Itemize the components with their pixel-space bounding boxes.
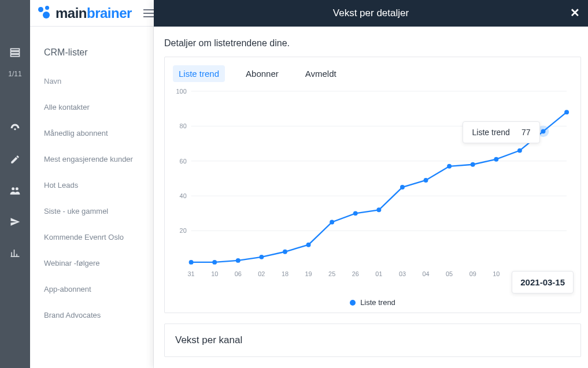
svg-text:03: 03 bbox=[399, 270, 406, 277]
svg-point-3 bbox=[14, 128, 16, 130]
svg-point-41 bbox=[376, 207, 381, 212]
svg-rect-2 bbox=[11, 54, 20, 56]
growth-per-channel-card: Vekst per kanal bbox=[164, 324, 581, 357]
svg-point-37 bbox=[283, 250, 287, 254]
chart-tabs: Liste trend Abonner Avmeldt bbox=[173, 65, 572, 82]
details-modal: Vekst per detaljer ✕ Detaljer om listetr… bbox=[154, 0, 588, 368]
modal-subtitle: Detaljer om listetrendene dine. bbox=[164, 38, 581, 49]
svg-text:06: 06 bbox=[235, 270, 242, 277]
card-title: Vekst per kanal bbox=[175, 334, 242, 345]
left-rail: 1/11 bbox=[0, 0, 30, 368]
svg-text:19: 19 bbox=[305, 270, 312, 277]
chart-icon[interactable] bbox=[0, 237, 30, 269]
close-icon[interactable]: ✕ bbox=[570, 6, 580, 20]
step-indicator: 1/11 bbox=[8, 70, 21, 78]
svg-text:05: 05 bbox=[446, 270, 453, 277]
svg-point-39 bbox=[330, 220, 334, 224]
svg-point-4 bbox=[12, 187, 14, 190]
svg-point-49 bbox=[564, 110, 569, 114]
trend-chart-card: Liste trend Abonner Avmeldt 204060801003… bbox=[164, 57, 581, 313]
list-item[interactable]: Siste - uke gammel bbox=[44, 198, 153, 224]
svg-point-48 bbox=[541, 129, 546, 133]
svg-text:80: 80 bbox=[180, 122, 187, 129]
modal-title: Vekst per detaljer bbox=[333, 8, 409, 19]
list-item[interactable]: Mest engasjerende kunder bbox=[44, 146, 153, 172]
svg-rect-1 bbox=[11, 51, 20, 53]
svg-point-45 bbox=[471, 162, 475, 167]
svg-text:10: 10 bbox=[493, 270, 500, 277]
list-item[interactable]: Månedlig abonnent bbox=[44, 120, 153, 146]
svg-point-46 bbox=[494, 157, 498, 162]
modal-header: Vekst per detaljer ✕ bbox=[154, 0, 588, 27]
svg-point-43 bbox=[424, 178, 428, 183]
svg-text:09: 09 bbox=[469, 270, 476, 277]
brand-name: mainbrainer bbox=[56, 5, 132, 21]
chart-legend: Liste trend bbox=[173, 295, 572, 307]
trend-chart[interactable]: 2040608010031100602181925260103040509101… bbox=[173, 87, 572, 295]
chart-date-callout: 2021-03-15 bbox=[512, 271, 574, 293]
svg-point-42 bbox=[400, 185, 405, 189]
tooltip-label: Liste trend bbox=[472, 128, 510, 137]
list-item[interactable]: Brand Advocates bbox=[44, 302, 153, 328]
svg-rect-0 bbox=[11, 49, 20, 50]
dashboard-icon[interactable] bbox=[0, 113, 30, 144]
list-item[interactable]: Kommende Evenrt Oslo bbox=[44, 224, 153, 250]
tab-avmeldt[interactable]: Avmeldt bbox=[299, 65, 342, 82]
svg-text:25: 25 bbox=[328, 270, 335, 277]
brand-logo[interactable]: mainbrainer bbox=[37, 5, 132, 21]
svg-point-44 bbox=[447, 164, 452, 169]
svg-point-40 bbox=[353, 211, 358, 215]
legend-label: Liste trend bbox=[360, 298, 395, 307]
edit-icon[interactable] bbox=[0, 144, 30, 175]
logo-mark-icon bbox=[37, 6, 52, 21]
svg-point-5 bbox=[16, 187, 19, 190]
svg-text:40: 40 bbox=[180, 192, 187, 199]
crm-sidebar: CRM-lister Navn Alle kontakter Månedlig … bbox=[30, 27, 154, 368]
sidebar-title: CRM-lister bbox=[44, 35, 153, 68]
svg-point-38 bbox=[306, 243, 311, 247]
users-icon[interactable] bbox=[0, 175, 30, 206]
svg-text:20: 20 bbox=[180, 227, 187, 234]
column-header-name: Navn bbox=[44, 68, 153, 94]
list-item[interactable]: Webinar -følgere bbox=[44, 250, 153, 276]
svg-text:01: 01 bbox=[375, 270, 382, 277]
chart-tooltip: Liste trend 77 bbox=[463, 121, 541, 143]
chart-svg: 2040608010031100602181925260103040509101… bbox=[173, 87, 572, 292]
list-item[interactable]: Hot Leads bbox=[44, 172, 153, 198]
svg-point-34 bbox=[212, 260, 217, 265]
svg-point-36 bbox=[259, 255, 264, 259]
crm-list: Navn Alle kontakter Månedlig abonnent Me… bbox=[44, 68, 153, 328]
svg-text:04: 04 bbox=[423, 270, 430, 277]
tab-abonner[interactable]: Abonner bbox=[240, 65, 284, 82]
svg-text:31: 31 bbox=[188, 270, 195, 277]
list-item[interactable]: App-abonnent bbox=[44, 276, 153, 302]
send-icon[interactable] bbox=[0, 206, 30, 237]
tab-liste-trend[interactable]: Liste trend bbox=[173, 65, 225, 82]
tooltip-value: 77 bbox=[522, 128, 531, 137]
svg-point-47 bbox=[517, 148, 522, 153]
svg-text:18: 18 bbox=[282, 270, 289, 277]
svg-point-35 bbox=[236, 258, 241, 263]
svg-text:10: 10 bbox=[211, 270, 218, 277]
list-icon[interactable] bbox=[0, 37, 30, 68]
svg-text:02: 02 bbox=[258, 270, 265, 277]
list-item[interactable]: Alle kontakter bbox=[44, 94, 153, 120]
svg-text:60: 60 bbox=[180, 158, 187, 165]
svg-text:100: 100 bbox=[176, 88, 187, 95]
svg-text:26: 26 bbox=[352, 270, 359, 277]
svg-point-33 bbox=[189, 260, 194, 265]
legend-dot-icon bbox=[350, 300, 356, 306]
